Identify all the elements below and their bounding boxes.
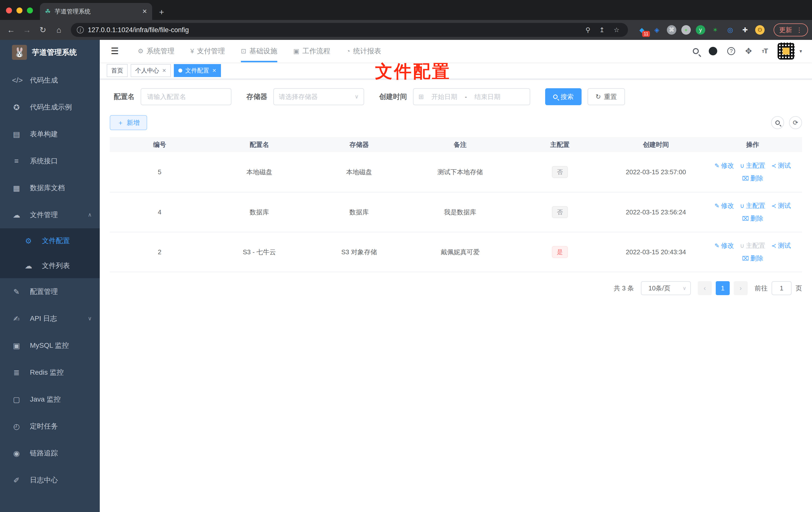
cell-config-name: 本地磁盘 bbox=[209, 152, 309, 192]
command-circle-icon[interactable]: ⌘ bbox=[667, 25, 676, 35]
zoom-window-button[interactable] bbox=[27, 7, 33, 13]
top-nav-menus: ⚙系统管理¥支付管理⊡基础设施▣工作流程◔统计报表 bbox=[132, 40, 387, 62]
chevron-down-icon: ∨ bbox=[683, 285, 686, 291]
master-config-action-link[interactable]: ∪主配置 bbox=[740, 161, 765, 170]
font-size-icon[interactable]: тT bbox=[762, 47, 767, 55]
column-header-2: 配置名 bbox=[209, 137, 309, 152]
green-star-icon[interactable]: ✶ bbox=[710, 25, 720, 35]
top-nav-label: 基础设施 bbox=[250, 47, 277, 56]
magnet-icon: ∪ bbox=[740, 162, 745, 169]
sidebar-item-16[interactable]: ✐日志中心 bbox=[0, 466, 100, 493]
emoji-face-icon[interactable]: ʘ bbox=[755, 25, 764, 35]
test-action-link[interactable]: ≺测试 bbox=[771, 241, 791, 250]
delete-action-link[interactable]: ⌧删除 bbox=[742, 214, 763, 223]
sidebar-item-8[interactable]: ☁文件列表 bbox=[0, 253, 100, 278]
close-icon[interactable]: ✕ bbox=[162, 67, 166, 73]
sidebar-item-11[interactable]: ▣MySQL 监控 bbox=[0, 332, 100, 359]
test-action-link[interactable]: ≺测试 bbox=[771, 161, 791, 170]
goto-page-input[interactable] bbox=[772, 281, 791, 295]
sidebar-item-9[interactable]: ✎配置管理 bbox=[0, 278, 100, 305]
page-number-button[interactable]: 1 bbox=[716, 281, 730, 295]
sidebar-collapse-icon[interactable]: ☰ bbox=[107, 46, 123, 56]
password-key-icon[interactable]: ⚲ bbox=[583, 26, 593, 34]
delete-action-link[interactable]: ⌧删除 bbox=[742, 254, 763, 263]
page-size-select[interactable]: 10条/页 ∨ bbox=[641, 281, 691, 295]
back-icon[interactable]: ← bbox=[4, 23, 18, 37]
date-range-picker[interactable]: ⊞ - bbox=[413, 88, 530, 105]
site-info-icon[interactable]: i bbox=[77, 26, 84, 33]
close-window-button[interactable] bbox=[6, 7, 12, 13]
sidebar-item-2[interactable]: ✪代码生成示例 bbox=[0, 94, 100, 121]
sidebar-logo[interactable]: 🐰 芋道管理系统 bbox=[0, 40, 100, 65]
sidebar-item-6[interactable]: ☁文件管理∧ bbox=[0, 202, 100, 228]
refresh-table-button[interactable]: ⟳ bbox=[789, 116, 802, 129]
test-action-link[interactable]: ≺测试 bbox=[771, 202, 791, 210]
sidebar: 🐰 芋道管理系统 </>代码生成✪代码生成示例▤表单构建≡系统接口▦数据库文档☁… bbox=[0, 40, 100, 512]
add-button[interactable]: ＋ 新增 bbox=[110, 115, 147, 130]
sidebar-item-14[interactable]: ◴定时任务 bbox=[0, 413, 100, 440]
share-icon[interactable]: ↥ bbox=[597, 26, 607, 34]
github-icon[interactable] bbox=[709, 47, 717, 55]
reset-button[interactable]: ↻ 重置 bbox=[587, 88, 625, 105]
delete-action-link[interactable]: ⌧删除 bbox=[742, 174, 763, 183]
top-nav-item-4[interactable]: ▣工作流程 bbox=[287, 40, 337, 62]
top-nav-item-1[interactable]: ⚙系统管理 bbox=[132, 40, 180, 62]
avatar[interactable] bbox=[778, 42, 794, 60]
next-page-button[interactable]: › bbox=[734, 281, 748, 295]
puzzle-icon[interactable]: ✚ bbox=[740, 25, 750, 35]
sidebar-item-5[interactable]: ▦数据库文档 bbox=[0, 175, 100, 202]
sidebar-item-1[interactable]: </>代码生成 bbox=[0, 67, 100, 94]
minimize-window-button[interactable] bbox=[17, 7, 23, 13]
browser-update-button[interactable]: 更新 ⋮ bbox=[774, 24, 808, 36]
master-config-action-link[interactable]: ∪主配置 bbox=[740, 202, 765, 210]
sidebar-item-4[interactable]: ≡系统接口 bbox=[0, 148, 100, 175]
top-nav-item-3[interactable]: ⊡基础设施 bbox=[235, 40, 283, 62]
cell-storage: 本地磁盘 bbox=[309, 152, 409, 192]
end-date-input[interactable] bbox=[470, 93, 505, 101]
storage-select[interactable]: 请选择存储器 ∨ bbox=[273, 88, 364, 105]
sidebar-item-3[interactable]: ▤表单构建 bbox=[0, 121, 100, 148]
tags-view-item-3[interactable]: 文件配置✕ bbox=[174, 64, 221, 77]
edit-action-link[interactable]: ✎修改 bbox=[715, 161, 734, 170]
reload-icon[interactable]: ↻ bbox=[36, 23, 50, 37]
browser-tab[interactable]: ☘ 芋道管理系统 ✕ bbox=[40, 3, 152, 20]
chevron-down-icon[interactable]: ▾ bbox=[800, 48, 802, 54]
prev-page-button[interactable]: ‹ bbox=[698, 281, 712, 295]
address-bar[interactable]: i 127.0.0.1:1024/infra/file/file-config … bbox=[71, 23, 628, 37]
record-circle-icon[interactable]: ● bbox=[681, 25, 691, 35]
close-icon[interactable]: ✕ bbox=[212, 67, 216, 73]
top-nav-item-5[interactable]: ◔统计报表 bbox=[340, 40, 387, 62]
tags-view-item-2[interactable]: 个人中心✕ bbox=[131, 64, 171, 77]
master-tag: 否 bbox=[552, 166, 568, 178]
sidebar-item-15[interactable]: ◉链路追踪 bbox=[0, 440, 100, 466]
more-menu-icon[interactable]: ⋮ bbox=[796, 26, 803, 34]
file-config-table: 编号配置名存储器备注主配置创建时间操作 5本地磁盘本地磁盘测试下本地存储否202… bbox=[110, 137, 802, 272]
home-icon[interactable]: ⌂ bbox=[52, 23, 66, 37]
search-button[interactable]: 搜索 bbox=[545, 88, 582, 105]
bookmark-star-icon[interactable]: ☆ bbox=[611, 26, 622, 34]
tags-view-item-1[interactable]: 首页 bbox=[107, 64, 128, 77]
gem-icon[interactable]: ◈ bbox=[652, 25, 662, 35]
sidebar-item-10[interactable]: ✍API 日志∨ bbox=[0, 305, 100, 332]
toggle-search-button[interactable] bbox=[771, 116, 784, 129]
sidebar-item-12[interactable]: ≣Redis 监控 bbox=[0, 359, 100, 386]
tab-close-icon[interactable]: ✕ bbox=[142, 8, 147, 15]
config-name-input[interactable] bbox=[141, 88, 231, 105]
master-tag: 是 bbox=[552, 246, 568, 258]
y-circle-icon[interactable]: y bbox=[696, 25, 705, 35]
new-tab-button[interactable]: + bbox=[152, 7, 171, 20]
storage-select-placeholder: 请选择存储器 bbox=[279, 92, 318, 101]
blocks-diamond-icon[interactable]: ◆11 bbox=[637, 25, 647, 35]
trash-icon: ⌧ bbox=[742, 175, 749, 182]
fullscreen-icon[interactable]: ✥ bbox=[745, 47, 752, 56]
help-icon[interactable]: ? bbox=[727, 47, 735, 55]
edit-action-link[interactable]: ✎修改 bbox=[715, 202, 734, 210]
sidebar-item-13[interactable]: ▢Java 监控 bbox=[0, 386, 100, 413]
top-nav-item-2[interactable]: ¥支付管理 bbox=[184, 40, 231, 62]
sidebar-item-7[interactable]: ⚙文件配置 bbox=[0, 228, 100, 253]
rings-icon[interactable]: ◎ bbox=[725, 25, 735, 35]
search-icon[interactable] bbox=[693, 48, 699, 54]
forward-icon[interactable]: → bbox=[20, 23, 34, 37]
edit-action-link[interactable]: ✎修改 bbox=[715, 241, 734, 250]
start-date-input[interactable] bbox=[427, 93, 462, 101]
